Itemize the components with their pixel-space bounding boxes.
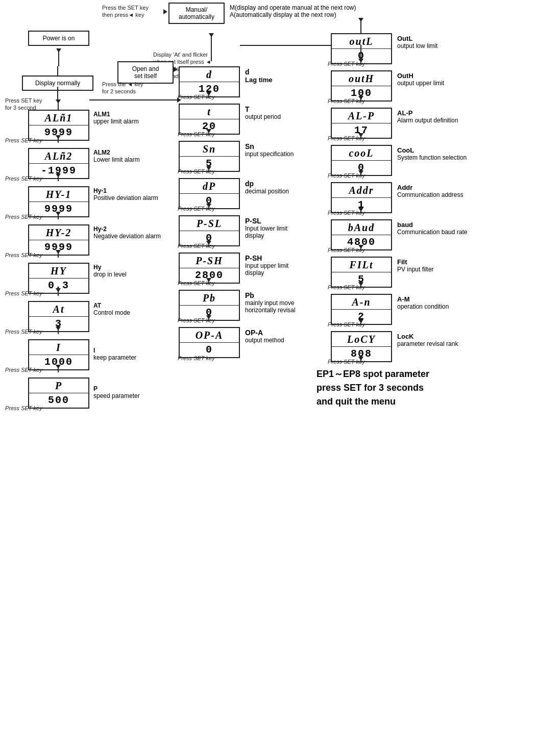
- alm1-top: ALñ1: [29, 111, 88, 125]
- press-set-m4: Press SET key: [178, 206, 215, 212]
- arr3: [58, 212, 59, 219]
- press-set-r0: Press SET key: [328, 61, 365, 67]
- at-label: AT: [93, 302, 130, 309]
- outl-top: outL: [332, 34, 391, 49]
- mid-top-arrow: [211, 33, 212, 61]
- outh-label: OutH: [397, 72, 444, 80]
- filt-desc: PV input filter: [397, 266, 433, 273]
- am-desc: operation condition: [397, 303, 449, 310]
- opa-top: OP-A: [180, 328, 239, 343]
- press-set-6: Press SET key: [5, 329, 42, 335]
- press-set-4: Press SET key: [5, 252, 42, 258]
- press-back-2s-label: Press the ◄ key for 2 seconds: [102, 81, 143, 94]
- t-top: t: [180, 105, 239, 119]
- hy1-top: HY-1: [29, 187, 88, 202]
- hy1-desc: Positive deviation alarm: [93, 194, 158, 201]
- hy2-top: HY-2: [29, 225, 88, 240]
- press-set-r6: Press SET key: [328, 284, 365, 290]
- arr7: [58, 365, 59, 372]
- arrow-display-down: [57, 87, 58, 99]
- p-display: P 500: [28, 377, 89, 409]
- manual-auto-label: Manual/ automatically: [179, 6, 214, 20]
- outh-top: outH: [332, 71, 391, 86]
- press-set-3s-label: Press SET key for 3 second: [5, 97, 42, 111]
- alp-top: AL-P: [332, 109, 391, 123]
- arr6: [58, 326, 59, 334]
- press-set-r4: Press SET key: [328, 210, 365, 216]
- press-set-2: Press SET key: [5, 175, 42, 182]
- i-desc: keep parameter: [93, 354, 136, 361]
- press-set-r1: Press SET key: [328, 98, 365, 104]
- display-normally-label: Display normally: [35, 80, 80, 87]
- t-label: T: [245, 105, 281, 113]
- i-top: I: [29, 340, 88, 355]
- outl-desc: output low limit: [397, 42, 437, 49]
- hy1-label: Hy-1: [93, 187, 158, 194]
- alm2-label: ALM2: [93, 149, 140, 156]
- press-set-then-back-label: Press the SET key then press◄ key: [102, 5, 149, 18]
- p-desc: speed parameter: [93, 392, 140, 399]
- alp-desc: Alarm output definition: [397, 117, 458, 124]
- outl-label: OutL: [397, 35, 437, 42]
- lock-label: LocK: [397, 333, 458, 340]
- am-top: A-n: [332, 295, 391, 310]
- hy-label: Hy: [93, 264, 127, 271]
- addr-desc: Communication address: [397, 191, 463, 198]
- alm2-desc: Lower limit alarm: [93, 156, 140, 163]
- lock-top: LoCY: [332, 332, 391, 347]
- manual-note-a: A(automatically display at the next row): [230, 11, 356, 18]
- opa-desc: output method: [245, 337, 284, 344]
- press-set-r2: Press SET key: [328, 135, 365, 141]
- hy-desc: drop in level: [93, 271, 127, 278]
- at-top: At: [29, 302, 88, 317]
- am-label: A-M: [397, 295, 449, 303]
- alm1-desc: upper limit alarm: [93, 118, 139, 125]
- horiz-connector-mid-right: [240, 45, 331, 46]
- psh-top: P-SH: [180, 254, 239, 268]
- baud-top: bAud: [332, 220, 391, 235]
- cool-desc: System function selection: [397, 154, 467, 161]
- addr-top: Addr: [332, 183, 391, 198]
- alm2-top: ALñ2: [29, 149, 88, 164]
- press-set-m8: Press SET key: [178, 355, 215, 361]
- lock-desc: parameter revisal rank: [397, 340, 458, 347]
- press-set-1: Press SET key: [5, 137, 42, 143]
- hy2-desc: Negative deviation alarm: [93, 233, 161, 240]
- manual-auto-box: Manual/ automatically: [168, 3, 225, 24]
- arrow-to-display: [57, 66, 58, 77]
- baud-label: baud: [397, 221, 467, 229]
- p-top: P: [29, 379, 88, 393]
- press-set-3: Press SET key: [5, 214, 42, 220]
- arrow-to-mid-col: [177, 97, 181, 103]
- press-set-m1: Press SET key: [178, 94, 215, 100]
- arrow-to-manual: [163, 9, 167, 14]
- press-set-r5: Press SET key: [328, 247, 365, 253]
- press-set-5: Press SET key: [5, 290, 42, 296]
- arr4: [58, 250, 59, 258]
- d-top: d: [180, 67, 239, 82]
- arr5: [58, 288, 59, 296]
- psl-label: P-SL: [245, 217, 287, 225]
- psh-label: P-SH: [245, 254, 288, 262]
- psl-top: P-SL: [180, 216, 239, 231]
- d-desc: Lag time: [245, 76, 272, 84]
- right-col-down-arr: [360, 45, 361, 60]
- t-desc: output period: [245, 113, 281, 120]
- outh-desc: output upper limit: [397, 80, 444, 87]
- at-desc: Control mode: [93, 309, 130, 316]
- cool-top: cooL: [332, 146, 391, 161]
- press-set-r7: Press SET key: [328, 321, 365, 327]
- filt-top: FILt: [332, 258, 391, 272]
- p-label: P: [93, 385, 140, 392]
- alp-label: AL-P: [397, 109, 458, 117]
- sn-top: Sn: [180, 142, 239, 157]
- sn-desc: input specification: [245, 150, 294, 158]
- press-set-m5: Press SET key: [178, 243, 215, 249]
- pb-top: Pb: [180, 291, 239, 306]
- press-set-8: Press SET key: [5, 405, 42, 411]
- arr-right-col-top: [360, 18, 361, 33]
- opa-display: OP-A 0: [179, 327, 240, 358]
- press-set-m6: Press SET key: [178, 280, 215, 286]
- arrow-open-set-right: [174, 67, 178, 72]
- arr1: [58, 135, 59, 143]
